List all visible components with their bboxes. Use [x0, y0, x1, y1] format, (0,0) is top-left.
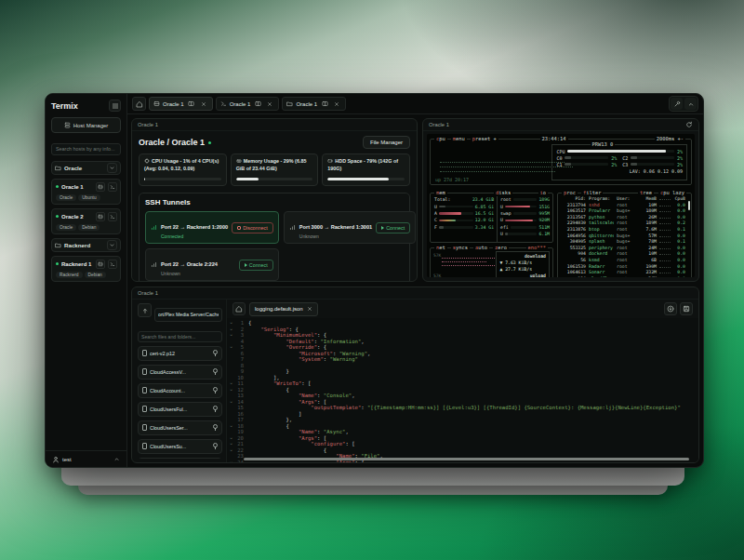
mem-chip[interactable]: mem: [434, 190, 447, 196]
pin-icon[interactable]: [211, 387, 218, 393]
sort-selector[interactable]: cpu lazy: [658, 190, 686, 196]
file-manager-button[interactable]: File Manager: [363, 136, 410, 149]
disks-chip[interactable]: disks: [494, 190, 512, 196]
proc-chip[interactable]: filter: [581, 190, 603, 196]
pin-icon[interactable]: [211, 350, 218, 356]
process-row[interactable]: 56 ksmd root 6B 0.0: [562, 258, 685, 264]
path-input[interactable]: [154, 308, 222, 322]
host-manager-button[interactable]: Host Manager: [51, 117, 121, 133]
tree-toggle[interactable]: tree: [638, 190, 654, 196]
process-row[interactable]: 1061539 Radarr root 190M 0.0: [562, 264, 685, 271]
editor-tab[interactable]: logging.default.json: [249, 302, 318, 316]
up-directory-button[interactable]: [138, 303, 152, 317]
fold-caret[interactable]: ›: [229, 380, 235, 386]
host-card[interactable]: Oracle 1 Orac: [51, 179, 121, 205]
process-row[interactable]: 2313567 python root 26M 0.0: [562, 215, 685, 221]
code-editor[interactable]: › 1 { › 2 "Serilog": { › 3: [227, 318, 698, 462]
fold-caret[interactable]: ›: [229, 423, 235, 429]
split-view-button[interactable]: [187, 100, 196, 109]
collapse-button[interactable]: [684, 98, 697, 110]
io-chip[interactable]: io: [538, 190, 549, 196]
tab-files-oracle-1[interactable]: Oracle 1: [282, 97, 346, 111]
split-view-button[interactable]: [253, 100, 262, 109]
pin-icon[interactable]: [211, 424, 218, 431]
process-row[interactable]: 2294030 tailscaled root 189M 0.2: [562, 220, 685, 227]
host-terminal-button[interactable]: [108, 260, 117, 269]
process-row[interactable]: 2313876 btop root 7.6M 0.1: [562, 227, 685, 233]
fold-caret[interactable]: ›: [229, 332, 235, 338]
process-row[interactable]: 1064956 qbittorrent-no> bugs+ 57M 0.0: [562, 233, 685, 240]
btop-toolbar-chip[interactable]: menu: [451, 136, 467, 142]
file-item[interactable]: CloudUsersFul...: [138, 402, 222, 417]
fold-caret[interactable]: ›: [229, 344, 235, 350]
btop-toolbar-chip[interactable]: preset +: [471, 136, 498, 142]
process-row[interactable]: 904 dockerd root 10M 0.0: [562, 251, 685, 258]
home-button[interactable]: [132, 97, 146, 111]
tunnel-card[interactable]: Port 3000 → Racknerd 1:3001 Unknown Conn…: [284, 211, 416, 244]
editor-home-button[interactable]: [232, 302, 246, 315]
btop-toolbar-chip[interactable]: cpu: [434, 136, 447, 142]
tunnel-card[interactable]: Port 22 → Racknerd 1:2000 Connected Disc…: [145, 211, 279, 244]
close-tab-button[interactable]: [265, 100, 274, 109]
host-list[interactable]: Oracle Oracle 1: [46, 161, 126, 451]
pin-icon[interactable]: [211, 443, 218, 449]
host-group-header[interactable]: Racknerd: [51, 238, 121, 252]
host-card[interactable]: Oracle 2 Orac: [51, 208, 121, 234]
net-chip[interactable]: zero: [493, 245, 509, 251]
process-row[interactable]: 304905 splash bugs+ 78M 0.1: [562, 239, 685, 246]
process-row[interactable]: 553325 periphery root 24M 0.0: [562, 246, 685, 252]
horizontal-scrollbar[interactable]: [244, 458, 689, 460]
tunnel-card[interactable]: Port 22 → Oracle 2:224 Unknown Connect: [145, 248, 279, 281]
process-scrollbar[interactable]: [688, 201, 690, 210]
download-button[interactable]: [664, 302, 677, 315]
file-item[interactable]: cert-v2.p12: [138, 346, 222, 361]
split-view-button[interactable]: [320, 100, 329, 109]
host-card[interactable]: Racknerd 1 Ra: [51, 256, 121, 282]
close-tab-button[interactable]: [199, 100, 208, 109]
fold-caret[interactable]: ›: [229, 441, 235, 447]
file-item[interactable]: CloudAccount...: [138, 383, 222, 398]
fold-caret[interactable]: ›: [229, 447, 235, 453]
group-collapse-button[interactable]: [107, 240, 117, 250]
refresh-icon[interactable]: [685, 121, 693, 128]
fold-caret[interactable]: ›: [229, 387, 235, 393]
proc-chip[interactable]: proc: [562, 190, 578, 196]
host-stats-button[interactable]: [96, 182, 105, 192]
net-chip[interactable]: syncs: [451, 245, 470, 251]
close-tab-button[interactable]: [332, 100, 341, 109]
fold-caret[interactable]: ›: [229, 327, 235, 332]
file-item[interactable]: CloudUsersSer...: [138, 420, 222, 435]
chevron-up-icon[interactable]: [113, 456, 120, 462]
pin-icon[interactable]: [211, 368, 218, 375]
host-stats-button[interactable]: [96, 260, 105, 269]
user-footer[interactable]: test: [46, 450, 126, 467]
tools-button[interactable]: [671, 98, 683, 110]
save-button[interactable]: [680, 302, 693, 315]
file-item[interactable]: CloudUsersTo...: [138, 458, 222, 460]
process-row[interactable]: 1063517 Prowlarr bugs+ 180M 0.0: [562, 208, 685, 215]
tab-terminal-oracle-1[interactable]: Oracle 1: [216, 97, 280, 111]
host-stats-button[interactable]: [96, 212, 105, 221]
host-search-input[interactable]: [51, 143, 121, 155]
file-item[interactable]: CloudAccessV...: [138, 365, 222, 380]
terminal-screen[interactable]: cpumenupreset + 23:44:14 2000ms +- up 27…: [427, 134, 695, 277]
host-terminal-button[interactable]: [108, 212, 117, 221]
net-chip[interactable]: auto: [473, 245, 489, 251]
close-icon[interactable]: [307, 306, 312, 312]
tunnel-action-button[interactable]: Connect: [239, 260, 273, 271]
process-row[interactable]: 1064613 Sonarr root 232M 0.0: [562, 270, 685, 276]
menu-button[interactable]: [109, 100, 121, 112]
fold-caret[interactable]: ›: [229, 460, 235, 462]
file-item[interactable]: CloudUsersSu...: [138, 439, 222, 454]
group-collapse-button[interactable]: [107, 163, 117, 173]
fold-caret[interactable]: ›: [229, 435, 235, 441]
fold-caret[interactable]: ›: [229, 399, 235, 405]
host-group-header[interactable]: Oracle: [51, 161, 121, 175]
host-terminal-button[interactable]: [108, 182, 117, 192]
process-row[interactable]: 2313794 sshd root 10M 0.0: [562, 203, 685, 209]
fold-caret[interactable]: ›: [229, 320, 235, 326]
process-row[interactable]: 914 cloudflared root 36M 0.0: [562, 276, 685, 277]
pin-icon[interactable]: [211, 406, 218, 412]
tunnel-action-button[interactable]: Disconnect: [232, 222, 273, 233]
file-search-input[interactable]: [138, 331, 222, 342]
